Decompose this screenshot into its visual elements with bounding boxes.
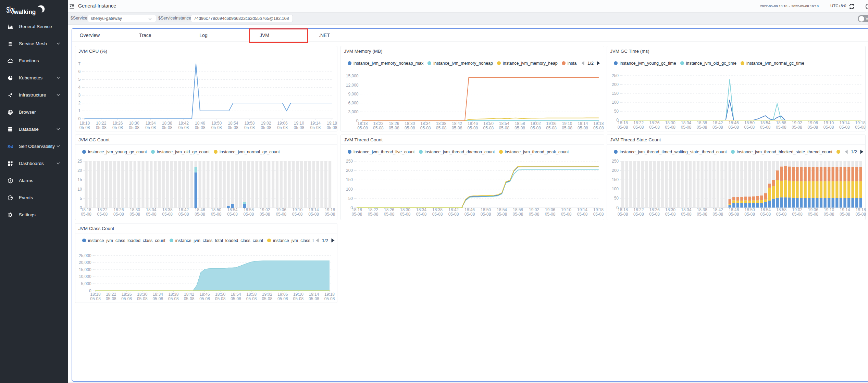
- svg-text:05-08: 05-08: [713, 212, 723, 217]
- svg-text:150: 150: [612, 177, 619, 182]
- svg-text:05-08: 05-08: [137, 296, 148, 301]
- svg-text:05-08: 05-08: [633, 125, 644, 130]
- svg-text:05-08: 05-08: [195, 212, 205, 217]
- svg-text:50: 50: [614, 109, 619, 114]
- svg-text:05-08: 05-08: [384, 212, 395, 217]
- svg-text:05-08: 05-08: [145, 125, 156, 130]
- svg-text:05-08: 05-08: [760, 212, 771, 217]
- svg-text:05-08: 05-08: [292, 212, 303, 217]
- svg-text:05-08: 05-08: [618, 125, 628, 130]
- svg-text:05-08: 05-08: [113, 212, 124, 217]
- svg-text:05-08: 05-08: [389, 126, 399, 130]
- svg-text:05-08: 05-08: [436, 126, 447, 130]
- svg-text:5,000: 5,000: [81, 281, 91, 286]
- svg-text:05-08: 05-08: [452, 126, 462, 130]
- svg-text:05-08: 05-08: [513, 212, 523, 217]
- svg-text:05-08: 05-08: [529, 212, 540, 217]
- svg-text:05-08: 05-08: [697, 125, 707, 130]
- svg-text:05-08: 05-08: [260, 212, 270, 217]
- svg-text:05-08: 05-08: [244, 212, 254, 217]
- svg-text:05-08: 05-08: [649, 212, 660, 217]
- svg-text:05-08: 05-08: [121, 296, 132, 301]
- svg-text:3,000: 3,000: [348, 110, 358, 114]
- svg-text:200: 200: [612, 82, 619, 87]
- svg-text:05-08: 05-08: [373, 126, 384, 130]
- svg-text:05-08: 05-08: [178, 212, 189, 217]
- svg-text:05-08: 05-08: [227, 212, 238, 217]
- svg-text:05-08: 05-08: [530, 126, 541, 130]
- svg-text:05-08: 05-08: [293, 296, 304, 301]
- svg-text:05-08: 05-08: [244, 125, 255, 130]
- svg-text:05-08: 05-08: [368, 212, 379, 217]
- svg-text:05-08: 05-08: [277, 125, 288, 130]
- svg-text:05-08: 05-08: [184, 296, 195, 301]
- svg-text:05-08: 05-08: [97, 212, 108, 217]
- svg-text:Sky: Sky: [7, 5, 15, 14]
- svg-text:walking: walking: [14, 8, 36, 15]
- svg-text:05-08: 05-08: [310, 125, 321, 130]
- svg-text:200: 200: [612, 168, 619, 173]
- svg-text:05-08: 05-08: [855, 212, 866, 217]
- svg-text:6,000: 6,000: [348, 101, 358, 105]
- svg-text:05-08: 05-08: [261, 125, 271, 130]
- svg-text:1: 1: [78, 108, 81, 113]
- svg-text:05-08: 05-08: [562, 126, 572, 130]
- svg-text:05-08: 05-08: [79, 125, 90, 130]
- svg-text:05-08: 05-08: [246, 296, 257, 301]
- svg-text:3: 3: [78, 93, 81, 98]
- svg-text:150: 150: [346, 177, 353, 182]
- svg-text:05-08: 05-08: [294, 125, 304, 130]
- svg-text:05-08: 05-08: [593, 212, 604, 217]
- svg-text:05-08: 05-08: [499, 126, 509, 130]
- svg-text:6: 6: [78, 69, 81, 74]
- svg-text:05-08: 05-08: [215, 296, 226, 301]
- svg-text:05-08: 05-08: [352, 212, 362, 217]
- svg-text:100: 100: [612, 187, 619, 191]
- svg-text:05-08: 05-08: [561, 212, 572, 217]
- svg-text:05-08: 05-08: [168, 296, 179, 301]
- svg-text:100: 100: [346, 187, 353, 192]
- svg-text:7: 7: [78, 62, 81, 66]
- svg-text:05-08: 05-08: [195, 125, 206, 130]
- svg-text:Sw: Sw: [8, 144, 13, 149]
- svg-text:05-08: 05-08: [152, 296, 163, 301]
- svg-text:05-08: 05-08: [90, 296, 101, 301]
- svg-text:05-08: 05-08: [546, 126, 557, 130]
- svg-text:05-08: 05-08: [96, 125, 107, 130]
- svg-text:05-08: 05-08: [112, 125, 123, 130]
- svg-text:05-08: 05-08: [839, 125, 850, 130]
- svg-text:05-08: 05-08: [211, 212, 222, 217]
- svg-text:9,000: 9,000: [348, 92, 358, 97]
- svg-text:05-08: 05-08: [808, 212, 818, 217]
- svg-text:05-08: 05-08: [146, 212, 157, 217]
- svg-text:5: 5: [80, 196, 82, 201]
- svg-text:05-08: 05-08: [129, 125, 139, 130]
- svg-text:05-08: 05-08: [483, 126, 494, 130]
- svg-text:05-08: 05-08: [481, 212, 491, 217]
- svg-text:25,000: 25,000: [79, 253, 91, 258]
- svg-text:05-08: 05-08: [211, 125, 222, 130]
- svg-text:05-08: 05-08: [649, 125, 660, 130]
- svg-text:05-08: 05-08: [308, 212, 319, 217]
- svg-text:05-08: 05-08: [162, 125, 172, 130]
- svg-text:05-08: 05-08: [106, 296, 116, 301]
- svg-text:05-08: 05-08: [618, 212, 628, 217]
- svg-text:12,000: 12,000: [346, 83, 359, 88]
- svg-text:05-08: 05-08: [681, 212, 692, 217]
- svg-text:05-08: 05-08: [464, 212, 475, 217]
- svg-text:15,000: 15,000: [79, 267, 91, 272]
- svg-text:05-08: 05-08: [228, 125, 238, 130]
- svg-text:05-08: 05-08: [162, 212, 173, 217]
- svg-text:05-08: 05-08: [357, 126, 368, 130]
- svg-text:20: 20: [77, 168, 82, 173]
- svg-text:250: 250: [346, 159, 353, 164]
- svg-text:05-08: 05-08: [325, 212, 335, 217]
- svg-text:05-08: 05-08: [497, 212, 507, 217]
- svg-text:05-08: 05-08: [840, 212, 850, 217]
- svg-text:05-08: 05-08: [744, 125, 755, 130]
- svg-text:250: 250: [612, 73, 619, 78]
- svg-text:05-08: 05-08: [577, 212, 588, 217]
- svg-text:05-08: 05-08: [728, 125, 739, 130]
- svg-text:05-08: 05-08: [448, 212, 459, 217]
- svg-text:05-08: 05-08: [178, 125, 189, 130]
